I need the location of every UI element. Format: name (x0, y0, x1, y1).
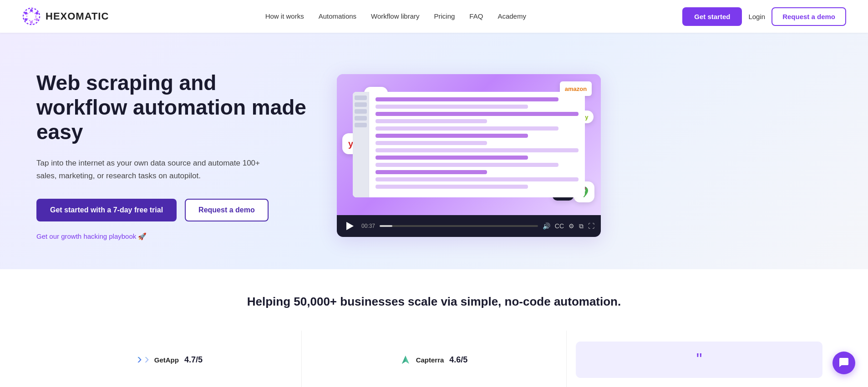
nav-academy[interactable]: Academy (497, 12, 526, 20)
getapp-logo-icon (135, 357, 149, 362)
capterra-label: Capterra (416, 356, 444, 364)
svg-point-5 (30, 21, 33, 24)
nav-links: How it works Automations Workflow librar… (265, 12, 526, 20)
nav-faq[interactable]: FAQ (469, 12, 483, 20)
video-time: 00:37 (361, 223, 375, 229)
getapp-score: 4.7/5 (184, 355, 203, 365)
video-sidebar (353, 92, 369, 198)
logo-link[interactable]: HEXOMATIC (22, 7, 109, 26)
chat-icon (838, 357, 850, 369)
capterra-rating: Capterra 4.6/5 (302, 331, 567, 387)
volume-icon[interactable]: 🔊 (543, 222, 550, 230)
video-inner-mockup (353, 92, 585, 198)
logo-icon (22, 7, 41, 26)
nav-automations[interactable]: Automations (319, 12, 356, 20)
getapp-rating: GetApp 4.7/5 (36, 331, 302, 387)
hero-left: Web scraping and workflow automation mad… (36, 70, 310, 241)
fullscreen-icon[interactable]: ⛶ (588, 222, 594, 230)
arrow-2 (142, 357, 149, 362)
capterra-logo-icon (401, 355, 411, 365)
brand-name: HEXOMATIC (46, 10, 109, 22)
nav-get-started-button[interactable]: Get started (682, 7, 742, 26)
capterra-score: 4.6/5 (449, 355, 467, 365)
nav-login-button[interactable]: Login (748, 13, 765, 20)
svg-point-1 (27, 12, 36, 21)
hero-request-demo-button[interactable]: Request a demo (185, 199, 269, 221)
nav-actions: Get started Login Request a demo (682, 7, 846, 26)
quote-block: " (567, 331, 832, 387)
cc-icon[interactable]: CC (555, 222, 564, 230)
chat-bubble-button[interactable] (832, 352, 855, 374)
hero-section: Web scraping and workflow automation mad… (0, 33, 868, 269)
pip-icon[interactable]: ⧉ (579, 222, 584, 230)
ratings-row: GetApp 4.7/5 Capterra 4.6/5 " (36, 331, 832, 387)
svg-point-4 (36, 18, 38, 21)
video-progress-bar[interactable] (380, 225, 538, 227)
stats-heading: Helping 50,000+ businesses scale via sim… (36, 295, 832, 309)
svg-point-6 (25, 18, 27, 21)
svg-point-3 (36, 12, 38, 15)
settings-icon[interactable]: ⚙ (569, 222, 574, 230)
getapp-label: GetApp (154, 356, 179, 364)
svg-point-2 (30, 9, 33, 12)
video-panel: y amazon eBay cb (337, 74, 601, 237)
nav-workflow-library[interactable]: Workflow library (371, 12, 419, 20)
hero-playbook-link[interactable]: Get our growth hacking playbook 🚀 (36, 232, 310, 241)
hero-subtitle: Tap into the internet as your own data s… (36, 157, 264, 182)
hero-buttons: Get started with a 7-day free trial Requ… (36, 199, 310, 221)
play-icon (346, 222, 354, 230)
svg-marker-11 (402, 356, 406, 364)
nav-how-it-works[interactable]: How it works (265, 12, 304, 20)
hero-right: y amazon eBay cb (337, 74, 601, 237)
stats-section: Helping 50,000+ businesses scale via sim… (0, 269, 868, 387)
hero-get-started-button[interactable]: Get started with a 7-day free trial (36, 199, 177, 221)
hero-title: Web scraping and workflow automation mad… (36, 70, 310, 145)
video-preview: y amazon eBay cb (337, 74, 601, 215)
play-button[interactable] (343, 219, 357, 233)
quote-icon: " (576, 342, 822, 378)
navbar: HEXOMATIC How it works Automations Workf… (0, 0, 868, 33)
nav-pricing[interactable]: Pricing (434, 12, 455, 20)
svg-point-7 (25, 12, 27, 15)
video-controls: 00:37 🔊 CC ⚙ ⧉ ⛶ (337, 215, 601, 237)
video-progress-fill (380, 225, 392, 227)
arrow-1 (135, 357, 142, 362)
video-content-area (369, 92, 585, 198)
nav-request-demo-button[interactable]: Request a demo (772, 7, 846, 26)
